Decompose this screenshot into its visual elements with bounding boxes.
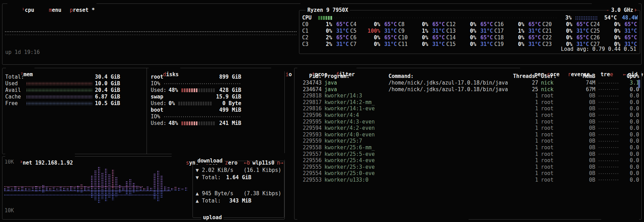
cpu-power: 48.4W [617,15,638,21]
disk-used-row: Used:48%241 MiB [151,120,241,127]
uptime-label: up 1d 19:16 [5,49,40,56]
mem-row-used: Used10.0 GiB [5,80,120,87]
proc-footer: ↑select↓ info ↵ terminate kill signals N… [297,216,469,222]
process-row[interactable]: 229556kworker/25:4-eve1root0B0.0 [297,157,638,164]
sort-column[interactable]: pid ↑ [626,71,644,78]
filter-button[interactable]: filter [322,65,356,71]
cpu-total-meter [318,16,556,20]
net-iface-switcher: ←bwlp11s0n→ [229,153,285,160]
mem-row-avail: Avail20.4 GiB [5,87,120,94]
process-row[interactable]: 229816kworker/14:1-eve1root0B0.0 [297,105,638,112]
process-row[interactable]: 234743java/home/nick/.jdks/azul-17.0.18/… [297,80,638,86]
core-stat: C80%65°C [398,21,446,28]
core-stat: C180%65°C [494,34,542,41]
io-mode-toggle[interactable]: io [271,65,293,71]
process-row[interactable]: 229593kworker/4:0-even1root0B0.0 [297,132,638,138]
mem-box: ²mem disks io Total: 30.4 GiB Used10.0 G… [2,68,285,154]
disk-used-bar [181,121,215,125]
download-total-row: ▼ Total: 1.64 GiB [196,174,251,181]
preset-button[interactable]: preset * [55,0,96,7]
core-stat: C70%31°C [350,41,398,48]
process-row[interactable]: 234674java/home/nick/.jdks/azul-17.0.18/… [297,86,638,93]
net-box-title[interactable]: ³net192.168.1.92 [5,153,75,160]
process-row[interactable]: 229555kworker/25:3-eve1root0B0.0 [297,164,638,171]
core-grid: C01%65°CC40%65°CC80%65°CC120%65°CC160%65… [302,21,638,48]
iface-next-button[interactable]: n→ [277,160,283,166]
update-interval: -2000ms+ [592,0,638,7]
core-stat: C40%65°C [350,21,398,28]
proc-count: 0/704 ↓ [601,216,639,222]
process-row[interactable]: 229594kworker/4:2-even1root0B0.0 [297,125,638,132]
disk-used-bar [178,102,212,105]
upload-speed-row: ▲ 945 Byte/s (7.38 Kibps) [196,190,281,197]
cpu-history-graph [5,31,297,32]
disk-used-row: Used:0%0 Byte [151,100,241,107]
core-stat: C5100%31°C [350,28,398,34]
proc-rows: 234743java/home/nick/.jdks/azul-17.0.18/… [297,80,638,183]
core-stat: C150%31°C [446,41,494,48]
reverse-toggle[interactable]: reverse [553,65,591,71]
core-stat: C130%31°C [446,28,494,34]
disk-used-bar [181,88,215,92]
process-row[interactable]: 229558kworker/25:6-mm_1root0B0.0 [297,144,638,151]
cpu-box-title[interactable]: ¹cpu [7,0,36,7]
core-stat: C171%31°C [494,28,542,34]
interval-decrease-button[interactable]: - [606,7,609,13]
disk-io-row: IO% [151,80,241,87]
clock: 18:18:40 [300,0,341,7]
mem-row-free: Free10.5 GiB [5,100,120,107]
process-row[interactable]: 229553kworker/u133:01root0B0.0 [297,177,638,183]
process-row[interactable]: 229818kworker/14:31root0B0.0 [297,93,638,99]
sort-prev-arrow[interactable]: ← [623,71,626,78]
core-stat: C250%31°C [590,28,638,34]
net-ip-address: 192.168.1.92 [32,160,73,166]
net-graph [4,162,191,215]
iface-name: wlp11s0 [250,160,277,166]
proc-box-number: ⁴ [312,71,315,78]
load-average: Load avg: 0.79 0.44 0.51 [561,46,636,53]
btop-terminal: { "clock": "18:18:40", "interval": { "mi… [0,0,644,222]
process-row[interactable]: 229559kworker/25:71root0B0.0 [297,138,638,144]
process-row[interactable]: 229595kworker/4:3-even1root0B0.0 [297,119,638,125]
mem-box-number: ² [20,71,23,78]
cpu-detail-box: Ryzen 9 7950X 3.0 GHz CPU 3% 54°C 48.4W … [299,10,640,54]
disk-name-row: boot499 MiB [151,107,241,113]
disks-title[interactable]: disks [149,65,180,71]
disk-rows: root899 GiBIO%Used:48%428 GiBswap15.9 Gi… [149,68,241,154]
core-stat: C32%31°C [302,41,350,48]
core-stat: C91%31°C [398,28,446,34]
mem-meter [26,102,92,105]
upload-title: upload [201,214,223,221]
core-stat: C60%65°C [350,34,398,41]
mem-box-title[interactable]: ²mem [6,65,34,71]
process-row[interactable]: 229557kworker/25:5-eve1root0B0.0 [297,151,638,158]
mem-meter [26,82,92,85]
cpu-temp: 54°C [601,15,617,21]
iface-prev-button[interactable]: ←b [244,160,250,166]
header-command[interactable]: Command: [388,73,508,80]
download-title: download [196,158,224,164]
core-stat: C210%31°C [542,28,590,34]
mem-rows: Total: 30.4 GiB Used10.0 GiBAvail20.4 Gi… [5,68,120,154]
disk-used-row: Used:48%428 GiB [151,87,241,94]
download-speed-bits: (16.1 Kibps) [244,167,281,174]
net-speed-box: download upload ▼ 2.02 KiB/s (16.1 Kibps… [193,161,284,218]
mem-row-cache: Cache6.87 GiB [5,94,120,100]
process-row[interactable]: 229596kworker/4:41root0B0.0 [297,112,638,119]
cpu-total-row: CPU 3% 54°C 48.4W [302,15,638,21]
process-row[interactable]: 229554kworker/25:0-eve1root0B0.0 [297,170,638,177]
upload-speed: ▲ 945 Byte/s [196,190,233,197]
disks-divider [147,68,147,154]
process-row[interactable]: 229817kworker/14:2-mm_1root0B0.0 [297,99,638,106]
core-stat: C120%65°C [446,21,494,28]
scrollbar-thumb[interactable] [638,80,640,88]
cpu-history-graph-lower [5,34,297,35]
cpu-total-percent: 3% [560,15,572,21]
core-stat: C240%65°C [590,21,638,28]
download-total: 1.64 GiB [226,174,251,181]
cpu-model-title: Ryzen 9 7950X [306,7,350,14]
core-stat: C100%65°C [398,34,446,41]
core-stat: C160%65°C [494,21,542,28]
net-graph-band-blue [4,194,157,196]
upload-total-row: ▲ Total: 343 MiB [196,198,251,204]
